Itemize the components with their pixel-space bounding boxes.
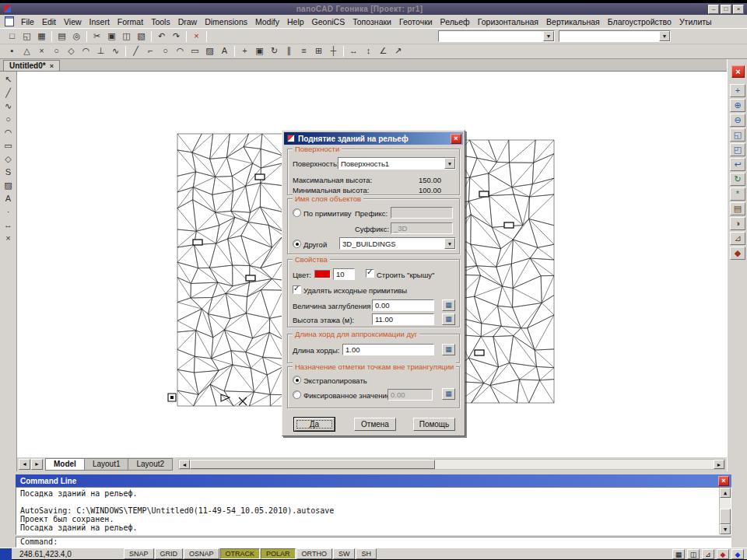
zoom-window-icon[interactable]: ◱ (730, 128, 745, 142)
point-icon[interactable]: · (2, 206, 16, 219)
status-toggle-sw[interactable]: SW (333, 548, 356, 559)
polygon-icon[interactable]: ◇ (2, 153, 16, 166)
osnap-endpoint-icon[interactable]: ▪ (5, 45, 19, 58)
print-icon[interactable]: ▤ (54, 30, 69, 43)
polyline-icon[interactable]: ⌐ (143, 45, 158, 58)
status-toggle-polar[interactable]: POLAR (261, 548, 296, 559)
menu-item-help[interactable]: Help (283, 16, 308, 28)
redo-icon[interactable]: ↷ (169, 30, 184, 43)
pan-icon[interactable]: + (730, 84, 745, 97)
osnap-tangent-icon[interactable]: ◠ (79, 45, 93, 58)
new-icon[interactable]: □ (5, 30, 19, 43)
build-roof-checkbox[interactable]: ✓ (366, 269, 374, 278)
line-icon[interactable]: ╱ (2, 87, 16, 100)
rectangle-icon[interactable]: ▭ (2, 140, 16, 152)
osnap-intersection-icon[interactable]: × (34, 45, 49, 58)
osnap-perpendicular-icon[interactable]: ⊥ (93, 45, 108, 58)
status-toggle-grid[interactable]: GRID (155, 548, 184, 559)
dim-angular-icon[interactable]: ∠ (376, 45, 391, 58)
named-views-icon[interactable]: ▤ (730, 202, 745, 215)
status-toggle-otrack[interactable]: OTRACK (220, 548, 261, 559)
hatch-icon[interactable]: ▨ (202, 45, 217, 58)
erase-icon[interactable]: × (189, 30, 204, 43)
leader-icon[interactable]: ↗ (391, 45, 405, 58)
cancel-button[interactable]: Отмена (354, 418, 396, 431)
text-icon[interactable]: A (217, 45, 232, 58)
fixed-value-pick-button[interactable]: ▦ (442, 388, 455, 400)
maximize-button[interactable]: □ (721, 5, 731, 14)
menu-item-file[interactable]: File (17, 16, 38, 28)
style-combo[interactable]: ▼ (559, 30, 671, 42)
menu-item-горизонтальная[interactable]: Горизонтальная (474, 16, 542, 28)
spline-icon[interactable]: S (2, 166, 16, 179)
shade-icon[interactable]: ◑ (730, 217, 745, 230)
floor-height-field[interactable]: 11.00 (372, 313, 434, 325)
chord-field[interactable]: 1.00 (342, 344, 434, 355)
scroll-down-icon[interactable]: ▼ (720, 524, 731, 534)
delete-primitives-checkbox[interactable]: ✓ (293, 285, 301, 294)
ucs-icon[interactable]: ⊿ (730, 232, 745, 245)
dim-vertical-icon[interactable]: ↕ (361, 45, 376, 58)
dimension-icon[interactable]: ↔ (2, 219, 16, 232)
document-close-button[interactable]: × (731, 65, 745, 78)
chevron-down-icon[interactable]: ▼ (444, 238, 455, 249)
chevron-down-icon[interactable]: ▼ (543, 31, 554, 41)
trim-icon[interactable]: ┼ (326, 45, 341, 58)
layout-tab-model[interactable]: Model (45, 458, 85, 471)
chevron-down-icon[interactable]: ▼ (659, 31, 670, 41)
osnap-midpoint-icon[interactable]: △ (19, 45, 34, 58)
dim-linear-icon[interactable]: ↔ (346, 45, 361, 58)
suffix-field[interactable]: _3D (391, 222, 453, 234)
open-icon[interactable]: ◱ (19, 30, 34, 43)
scroll-right-icon[interactable]: ► (714, 460, 724, 469)
command-line-close-button[interactable]: × (718, 476, 729, 486)
close-button[interactable]: × (733, 5, 744, 14)
menu-item-геоточки[interactable]: Геоточки (395, 16, 437, 28)
layout-tab-layout2[interactable]: Layout2 (128, 458, 173, 471)
erase-icon[interactable]: × (2, 233, 16, 245)
zoom-out-icon[interactable]: ⊖ (730, 114, 745, 127)
minimize-button[interactable]: – (708, 5, 719, 14)
undo-icon[interactable]: ↶ (154, 30, 169, 43)
layout-space-icon[interactable]: ◫ (687, 549, 700, 559)
rotate-icon[interactable]: ↻ (267, 45, 282, 58)
menu-item-топознаки[interactable]: Топознаки (349, 16, 395, 28)
clean-screen-icon[interactable]: ▦ (672, 549, 685, 559)
command-line-titlebar[interactable]: Command Line × (16, 474, 731, 487)
nanocad-badge-icon[interactable]: ◆ (731, 549, 744, 559)
scroll-up-icon[interactable]: ▲ (720, 488, 731, 498)
array-icon[interactable]: ⊞ (311, 45, 326, 58)
command-history[interactable]: Посадка зданий на рельеф. AutoSaving: C:… (16, 487, 731, 535)
circle-icon[interactable]: ○ (2, 114, 16, 126)
depth-field[interactable]: 0.00 (372, 299, 434, 311)
regen-icon[interactable]: * (730, 187, 745, 201)
menu-item-tools[interactable]: Tools (147, 16, 174, 28)
mirror-icon[interactable]: ∥ (282, 45, 296, 58)
menu-item-view[interactable]: View (60, 16, 86, 28)
scrollbar-thumb[interactable] (190, 460, 435, 469)
geonics-badge-icon[interactable]: ◆ (717, 549, 729, 559)
status-toggle-sh[interactable]: SH (356, 548, 377, 559)
menu-item-geonics[interactable]: GeoniCS (308, 16, 349, 28)
other-layer-combo[interactable]: 3D_BUILDINGS ▼ (339, 237, 456, 250)
color-value-field[interactable]: 10 (333, 268, 355, 280)
other-layer-radio[interactable] (293, 240, 301, 248)
fixed-value-radio[interactable] (293, 390, 301, 399)
prefix-field[interactable] (391, 207, 453, 219)
menu-item-благоустройство[interactable]: Благоустройство (604, 16, 675, 28)
depth-pick-button[interactable]: ▦ (442, 299, 455, 311)
tab-scroll-right-button[interactable]: ► (31, 459, 43, 470)
format-painter-icon[interactable]: ▧ (134, 30, 149, 43)
preview-icon[interactable]: ◎ (69, 30, 84, 43)
menu-item-рельеф[interactable]: Рельеф (437, 16, 474, 28)
render-icon[interactable]: ◆ (730, 247, 745, 260)
status-toggle-ortho[interactable]: ORTHO (296, 548, 332, 559)
command-input[interactable]: Command: (16, 537, 731, 548)
select-icon[interactable]: ↖ (2, 74, 16, 86)
osnap-quadrant-icon[interactable]: ◇ (64, 45, 79, 58)
surface-combo[interactable]: Поверхность1 ▼ (338, 157, 456, 170)
menu-item-format[interactable]: Format (114, 16, 147, 28)
menu-item-утилиты[interactable]: Утилиты (675, 16, 716, 28)
zoom-previous-icon[interactable]: ↩ (730, 158, 745, 171)
layout-tab-layout1[interactable]: Layout1 (84, 458, 129, 471)
